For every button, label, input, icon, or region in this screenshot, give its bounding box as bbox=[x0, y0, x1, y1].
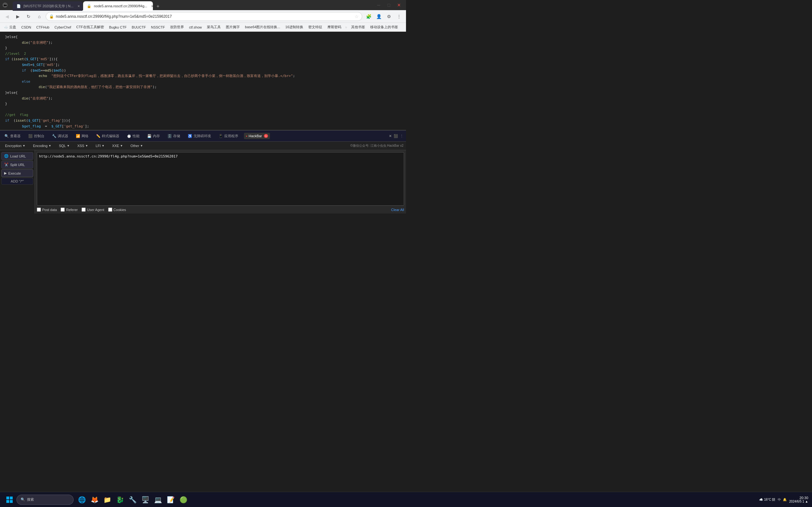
bookmark-base64[interactable]: base64图片在线转换... bbox=[244, 24, 281, 30]
bookmark-ctfshow[interactable]: ctf.show bbox=[188, 25, 203, 30]
bookmark-buuctf[interactable]: BUUCTF bbox=[131, 25, 147, 30]
add-button[interactable]: ADD "/*" bbox=[1, 178, 33, 185]
close-button[interactable]: ✕ bbox=[395, 1, 403, 9]
bookmark-mobile[interactable]: 移动设备上的书签 bbox=[369, 24, 399, 30]
bookmark-cyberchef[interactable]: CyberChef bbox=[53, 25, 72, 30]
inspector-label: 查看器 bbox=[10, 134, 20, 138]
menu-button[interactable]: ⋮ bbox=[395, 12, 403, 21]
bookmark-star-icon[interactable]: ☆ bbox=[355, 14, 359, 19]
tab-2[interactable]: 🔒 node5.anna.nssctf.cn:29990/fl4g... ✕ bbox=[83, 1, 153, 11]
bookmark-ctf-tools[interactable]: CTF在线工具解密 bbox=[75, 24, 105, 30]
url-input[interactable]: http://node5.anna.nssctf.cn:29990/fl4g.p… bbox=[37, 152, 404, 206]
refresh-button[interactable]: ↻ bbox=[24, 12, 33, 21]
tab-1[interactable]: 📄 [WUSTCTF 2020]朴实无华 | N... ✕ bbox=[13, 1, 83, 11]
referer-label: Referer bbox=[66, 208, 78, 212]
hackbar-encoding-menu[interactable]: Encoding ▼ bbox=[31, 143, 54, 149]
execute-button[interactable]: ▶ Execute bbox=[1, 169, 33, 177]
bookmark-other[interactable]: 其他书签 bbox=[350, 24, 366, 30]
extensions-button[interactable]: 🧩 bbox=[364, 12, 373, 21]
devtools-tab-application[interactable]: 📱 应用程序 bbox=[217, 132, 240, 140]
devtools-tab-performance[interactable]: ⏱️ 性能 bbox=[125, 132, 142, 140]
xss-label: XSS bbox=[78, 144, 84, 148]
bookmark-cipher[interactable]: 密文特征 bbox=[307, 24, 323, 30]
tab-2-favicon: 🔒 bbox=[87, 4, 91, 8]
code-line-8: echo "想到这个CTFer拿到flag后，感激涕零，跑去东瀛岸，找一家餐厅，… bbox=[5, 73, 401, 79]
window-controls: ⬅ bbox=[3, 3, 8, 8]
devtools-dock-icon[interactable]: ⬛ bbox=[394, 134, 398, 138]
cookies-checkbox[interactable] bbox=[108, 208, 112, 212]
window-back[interactable]: ⬅ bbox=[3, 3, 8, 8]
settings-button[interactable]: ⚙ bbox=[385, 12, 393, 21]
hackbar-encryption-menu[interactable]: Encryption ▼ bbox=[3, 143, 28, 149]
user-agent-checkbox-label[interactable]: User Agent bbox=[82, 208, 104, 212]
devtools-tab-style-editor[interactable]: ✏️ 样式编辑器 bbox=[94, 132, 121, 140]
back-button[interactable]: ◀ bbox=[3, 12, 11, 21]
devtools-tab-memory[interactable]: 💾 内存 bbox=[145, 132, 162, 140]
tab-1-close[interactable]: ✕ bbox=[78, 4, 80, 8]
hackbar-xss-menu[interactable]: XSS ▼ bbox=[75, 143, 91, 149]
xxe-chevron: ▼ bbox=[120, 144, 123, 147]
hackbar-xxe-menu[interactable]: XXE ▼ bbox=[109, 143, 125, 149]
referer-checkbox-label[interactable]: Referer bbox=[61, 208, 78, 212]
other-label: Other bbox=[131, 144, 139, 148]
debugger-label: 调试器 bbox=[58, 134, 68, 138]
hackbar-sql-menu[interactable]: SQL ▼ bbox=[56, 143, 72, 149]
add-label: ADD "/*" bbox=[11, 179, 24, 183]
bookmark-morse[interactable]: 摩斯密码 bbox=[326, 24, 343, 30]
devtools-tab-hackbar[interactable]: ● HackBar 1 bbox=[244, 133, 270, 139]
referer-checkbox[interactable] bbox=[61, 208, 65, 212]
bookmark-cainiao[interactable]: 菜鸟工具 bbox=[206, 24, 222, 30]
devtools-tab-inspector[interactable]: 🔍 查看器 bbox=[3, 132, 22, 140]
post-data-checkbox[interactable] bbox=[37, 208, 41, 212]
clear-all-button[interactable]: Clear All bbox=[391, 208, 404, 212]
home-button[interactable]: ⌂ bbox=[35, 12, 44, 21]
cookies-checkbox-label[interactable]: Cookies bbox=[108, 208, 126, 212]
performance-label: 性能 bbox=[133, 134, 140, 138]
bookmarks-bar: ☁️ 云盘 CSDN CTFHub CyberChef CTF在线工具解密 Bu… bbox=[0, 23, 406, 32]
nav-toolbar: ◀ ▶ ↻ ⌂ 🔒 node5.anna.nssctf.cn:29990/fl4… bbox=[0, 10, 406, 23]
load-url-button[interactable]: 🌐 Load URL bbox=[1, 152, 33, 160]
code-line-3: } bbox=[5, 45, 401, 51]
application-icon: 📱 bbox=[218, 134, 223, 138]
devtools-tab-console[interactable]: ⬛ 控制台 bbox=[26, 132, 46, 140]
tab-2-close[interactable]: ✕ bbox=[151, 4, 153, 8]
forward-button[interactable]: ▶ bbox=[13, 12, 22, 21]
style-editor-label: 样式编辑器 bbox=[102, 134, 119, 138]
split-url-button[interactable]: ✂️ Split URL bbox=[1, 161, 33, 169]
devtools-close-icon[interactable]: ✕ bbox=[389, 134, 392, 138]
new-tab-button[interactable]: + bbox=[154, 2, 162, 11]
maximize-button[interactable]: □ bbox=[385, 1, 393, 9]
devtools-tab-storage[interactable]: 🗄️ 存储 bbox=[165, 132, 182, 140]
bookmark-yun[interactable]: ☁️ 云盘 bbox=[3, 24, 17, 30]
devtools-more-icon[interactable]: ⋮ bbox=[400, 134, 403, 138]
address-text: node5.anna.nssctf.cn:29990/fl4g.php?num=… bbox=[56, 14, 353, 19]
user-agent-label: User Agent bbox=[87, 208, 104, 212]
code-line-11: }else{ bbox=[5, 90, 401, 96]
network-label: 网络 bbox=[82, 134, 89, 138]
bookmark-gongfang[interactable]: 攻防世界 bbox=[169, 24, 185, 30]
hackbar-other-menu[interactable]: Other ▼ bbox=[128, 143, 145, 149]
bookmark-img[interactable]: 图片腌字 bbox=[224, 24, 241, 30]
code-line-14: //get flag bbox=[5, 112, 401, 118]
devtools-toolbar: 🔍 查看器 ⬛ 控制台 🔧 调试器 📶 网络 ✏️ 样式编辑器 ⏱️ 性能 💾 … bbox=[0, 130, 406, 141]
bookmark-nssctf[interactable]: NSSCTF bbox=[150, 25, 166, 30]
devtools-tab-network[interactable]: 📶 网络 bbox=[74, 132, 90, 140]
other-chevron: ▼ bbox=[140, 144, 143, 147]
devtools-tab-accessibility[interactable]: ♿ 无障碍环境 bbox=[186, 132, 213, 140]
devtools-tab-debugger[interactable]: 🔧 调试器 bbox=[50, 132, 70, 140]
code-line-13: } bbox=[5, 101, 401, 107]
title-bar: ⬅ 📄 [WUSTCTF 2020]朴实无华 | N... ✕ 🔒 node5.… bbox=[0, 0, 406, 10]
toolbar-right-buttons: 🧩 👤 ⚙ ⋮ bbox=[364, 12, 403, 21]
bookmark-bugku[interactable]: Bugku CTF bbox=[108, 25, 128, 30]
bookmark-hex[interactable]: 16进制转换 bbox=[284, 24, 305, 30]
account-button[interactable]: 👤 bbox=[374, 12, 383, 21]
bookmark-ctfhub[interactable]: CTFHub bbox=[35, 25, 51, 30]
post-data-checkbox-label[interactable]: Post data bbox=[37, 208, 57, 212]
address-bar[interactable]: 🔒 node5.anna.nssctf.cn:29990/fl4g.php?nu… bbox=[46, 12, 362, 21]
bookmark-csdn[interactable]: CSDN bbox=[20, 25, 32, 30]
accessibility-label: 无障碍环境 bbox=[194, 134, 211, 138]
hackbar-lfi-menu[interactable]: LFI ▼ bbox=[93, 143, 107, 149]
user-agent-checkbox[interactable] bbox=[82, 208, 86, 212]
minimize-button[interactable]: ─ bbox=[374, 1, 383, 9]
storage-icon: 🗄️ bbox=[167, 134, 172, 138]
